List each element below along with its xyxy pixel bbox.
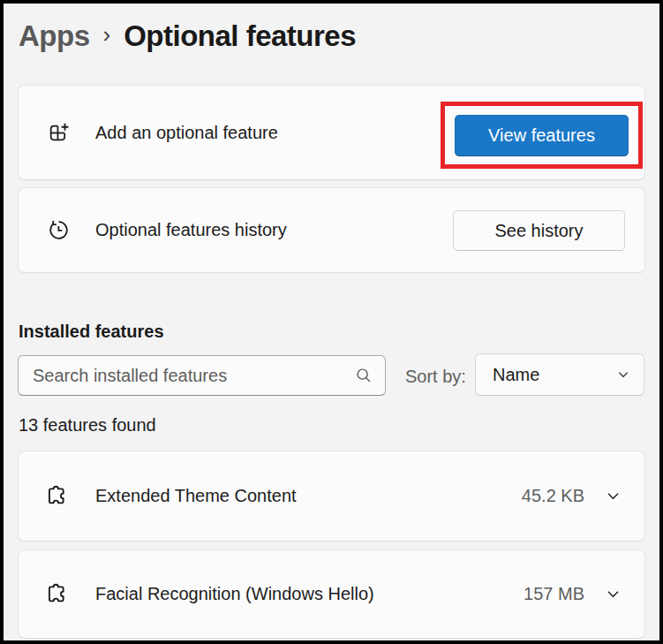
feature-name: Extended Theme Content (95, 486, 522, 506)
breadcrumb: Apps › Optional features (19, 19, 356, 53)
puzzle-piece-icon (45, 484, 69, 508)
sort-dropdown[interactable]: Name (475, 353, 644, 396)
add-feature-grid-plus-icon (47, 121, 71, 145)
sort-by-label: Sort by: (405, 367, 466, 387)
page-title: Optional features (124, 19, 356, 53)
sort-selected-value: Name (493, 365, 616, 385)
feature-size: 157 MB (524, 584, 584, 604)
search-input[interactable] (19, 366, 354, 386)
history-clock-icon (47, 218, 71, 242)
see-history-button[interactable]: See history (453, 210, 625, 251)
history-label: Optional features history (95, 220, 287, 240)
breadcrumb-separator-icon: › (103, 21, 111, 51)
search-box (18, 355, 386, 396)
puzzle-piece-icon (45, 582, 69, 606)
add-optional-feature-card: Add an optional feature View features (18, 85, 645, 180)
features-count-text: 13 features found (19, 415, 156, 436)
feature-name: Facial Recognition (Windows Hello) (95, 584, 524, 604)
chevron-down-icon[interactable] (605, 586, 622, 602)
search-icon (354, 366, 373, 385)
feature-row-extended-theme-content[interactable]: Extended Theme Content 45.2 KB (18, 451, 645, 542)
breadcrumb-apps-link[interactable]: Apps (19, 19, 90, 53)
chevron-down-icon[interactable] (605, 488, 622, 504)
view-features-button[interactable]: View features (455, 115, 629, 156)
add-feature-label: Add an optional feature (95, 123, 278, 143)
chevron-down-icon (616, 367, 630, 382)
installed-features-heading: Installed features (19, 322, 164, 342)
feature-size: 45.2 KB (522, 486, 584, 506)
feature-row-facial-recognition[interactable]: Facial Recognition (Windows Hello) 157 M… (18, 549, 645, 639)
red-highlight-rectangle: View features (441, 102, 643, 169)
optional-features-settings-page: Apps › Optional features Add an optional… (0, 0, 663, 644)
optional-features-history-card: Optional features history See history (18, 187, 645, 273)
